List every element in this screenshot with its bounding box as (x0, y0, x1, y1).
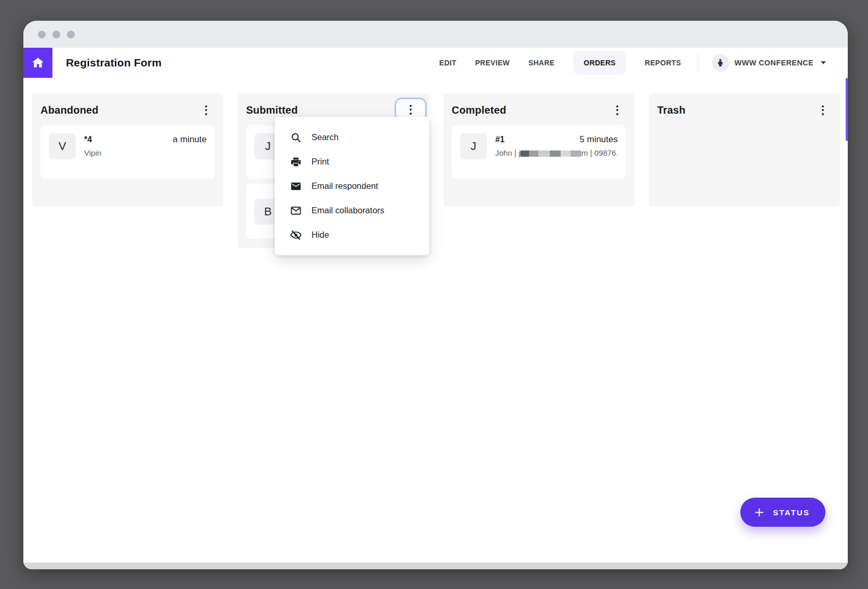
app-header: Registration Form EDIT PREVIEW SHARE ORD… (23, 48, 848, 78)
workspace-selector[interactable]: WWW CONFERENCE (709, 53, 829, 72)
menu-item-print[interactable]: Print (275, 149, 429, 174)
column-header: Completed (452, 100, 626, 120)
window-control-dot[interactable] (38, 31, 46, 38)
app-window: Registration Form EDIT PREVIEW SHARE ORD… (23, 21, 848, 569)
column-context-menu: Search Print Email respondent (275, 117, 429, 255)
column-title: Submitted (246, 104, 298, 116)
status-label: STATUS (773, 508, 810, 517)
eye-off-icon (290, 229, 302, 241)
print-icon (290, 156, 302, 168)
orders-board: Abandoned V *4 a minute Vipin (23, 78, 848, 563)
menu-item-email-respondent[interactable]: Email respondent (275, 174, 429, 198)
plus-icon (754, 507, 765, 518)
respondent-name: Vipin (84, 148, 207, 157)
kebab-icon (616, 105, 618, 115)
window-control-dot[interactable] (52, 31, 60, 38)
email-outline-icon (290, 205, 302, 216)
contact-info: John | jm | 09876… (495, 148, 618, 157)
workspace-label: WWW CONFERENCE (735, 59, 813, 67)
avatar: V (49, 133, 76, 159)
avatar: J (460, 133, 487, 159)
column-menu-button[interactable] (197, 101, 215, 119)
menu-item-hide[interactable]: Hide (275, 223, 429, 247)
time-ago: a minute (173, 134, 207, 145)
vertical-scrollbar-thumb[interactable] (846, 78, 848, 141)
menu-item-email-collaborators[interactable]: Email collaborators (275, 198, 429, 223)
home-icon (31, 56, 45, 70)
nav-reports[interactable]: REPORTS (645, 59, 681, 67)
column-menu-button[interactable] (608, 101, 626, 119)
order-number: #1 (495, 135, 505, 144)
redacted-text (520, 150, 581, 157)
order-card[interactable]: J #1 5 minutes John | jm | 09876… (452, 126, 626, 179)
horizontal-scrollbar-track[interactable] (23, 563, 848, 569)
window-titlebar (23, 21, 848, 48)
time-ago: 5 minutes (579, 134, 618, 145)
order-number: *4 (84, 135, 92, 144)
window-control-dot[interactable] (67, 31, 75, 38)
column-header: Trash (657, 100, 832, 120)
column-abandoned: Abandoned V *4 a minute Vipin (32, 93, 223, 207)
column-title: Completed (452, 104, 506, 116)
desktop-background: Registration Form EDIT PREVIEW SHARE ORD… (0, 0, 868, 589)
kebab-icon (410, 105, 412, 115)
nav-preview[interactable]: PREVIEW (475, 59, 510, 67)
column-title: Trash (657, 104, 685, 116)
column-menu-button[interactable] (814, 101, 832, 119)
nav-share[interactable]: SHARE (528, 59, 555, 67)
column-title: Abandoned (40, 104, 99, 116)
nav-orders[interactable]: ORDERS (573, 51, 626, 75)
column-header: Abandoned (40, 100, 215, 120)
main-nav: EDIT PREVIEW SHARE ORDERS REPORTS (439, 51, 681, 75)
kebab-icon (822, 105, 824, 115)
add-status-button[interactable]: STATUS (740, 498, 825, 527)
home-button[interactable] (23, 48, 52, 78)
chevron-down-icon (821, 61, 826, 64)
nav-edit[interactable]: EDIT (439, 59, 456, 67)
conference-speaker-icon (712, 54, 729, 72)
email-filled-icon (290, 181, 302, 192)
column-trash: Trash (649, 93, 840, 207)
search-icon (290, 132, 302, 143)
header-divider (698, 54, 698, 72)
column-completed: Completed J #1 5 minutes John | jm | 098… (443, 93, 634, 207)
page-title: Registration Form (66, 57, 161, 69)
menu-item-search[interactable]: Search (275, 125, 429, 149)
order-card[interactable]: V *4 a minute Vipin (40, 126, 215, 179)
kebab-icon (205, 105, 207, 115)
